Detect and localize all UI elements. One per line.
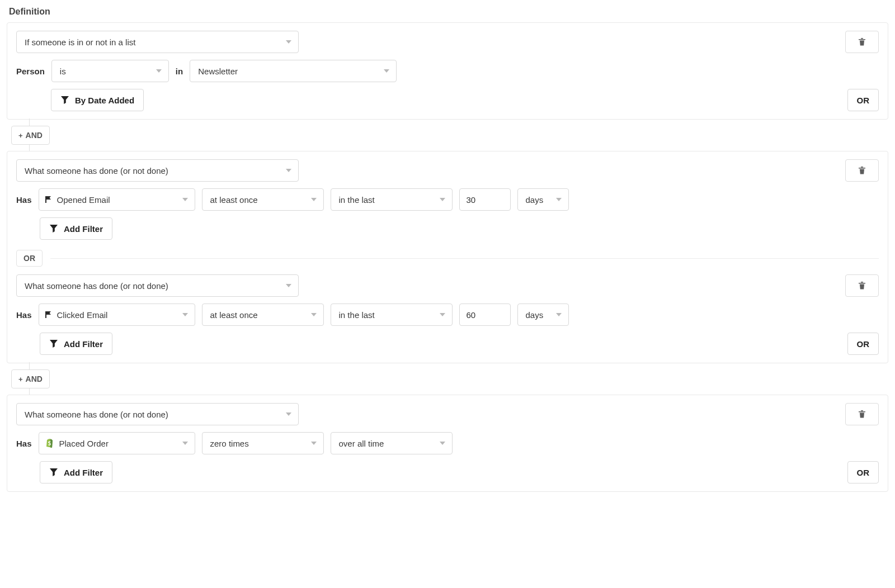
chevron-down-icon xyxy=(556,313,562,316)
and-label: AND xyxy=(26,374,43,383)
trash-icon xyxy=(858,409,866,419)
filter-icon xyxy=(49,224,58,233)
chevron-down-icon xyxy=(286,412,291,416)
list-value: Newsletter xyxy=(198,67,238,76)
add-filter-label: Add Filter xyxy=(64,468,103,477)
add-filter-label: Add Filter xyxy=(64,224,103,234)
chevron-down-icon xyxy=(440,442,445,445)
condition-group-2: What someone has done (or not done) Has … xyxy=(7,151,888,363)
chevron-down-icon xyxy=(286,40,291,44)
condition-type-select[interactable]: What someone has done (or not done) xyxy=(16,403,299,425)
chevron-down-icon xyxy=(440,313,445,316)
condition-type-label: What someone has done (or not done) xyxy=(25,281,168,291)
in-label: in xyxy=(176,67,183,76)
filter-icon xyxy=(60,96,69,105)
chevron-down-icon xyxy=(311,313,317,316)
has-label: Has xyxy=(16,195,32,205)
number-value: 30 xyxy=(467,195,476,205)
time-range-select[interactable]: in the last xyxy=(331,304,453,326)
has-label: Has xyxy=(16,439,32,448)
event-value: Placed Order xyxy=(59,439,109,448)
and-label: AND xyxy=(26,131,43,140)
or-pill: OR xyxy=(16,250,43,267)
chevron-down-icon xyxy=(182,313,188,316)
frequency-select[interactable]: at least once xyxy=(202,304,324,326)
shopify-icon xyxy=(45,438,55,449)
condition-type-select[interactable]: What someone has done (or not done) xyxy=(16,274,299,297)
chevron-down-icon xyxy=(440,198,445,201)
or-divider: OR xyxy=(16,250,879,267)
unit-select[interactable]: days xyxy=(517,188,569,211)
list-select[interactable]: Newsletter xyxy=(190,60,397,82)
chevron-down-icon xyxy=(156,69,162,73)
trash-icon xyxy=(858,281,866,291)
add-filter-label: Add Filter xyxy=(64,339,103,349)
chevron-down-icon xyxy=(311,198,317,201)
is-value: is xyxy=(60,67,66,76)
has-label: Has xyxy=(16,310,32,320)
trash-icon xyxy=(858,37,866,47)
plus-icon: + xyxy=(18,375,23,383)
unit-value: days xyxy=(526,195,544,205)
event-select[interactable]: Placed Order xyxy=(39,432,195,454)
add-filter-button[interactable]: Add Filter xyxy=(40,333,112,355)
is-select[interactable]: is xyxy=(51,60,169,82)
event-value: Clicked Email xyxy=(57,310,108,320)
frequency-value: at least once xyxy=(210,195,258,205)
add-filter-button[interactable]: Add Filter xyxy=(40,461,112,483)
number-input[interactable]: 30 xyxy=(459,188,511,211)
time-range-value: over all time xyxy=(339,439,384,448)
plus-icon: + xyxy=(18,131,23,140)
or-label: OR xyxy=(857,96,870,105)
frequency-select[interactable]: at least once xyxy=(202,188,324,211)
condition-type-label: If someone is in or not in a list xyxy=(25,37,135,47)
number-value: 60 xyxy=(467,310,476,320)
time-range-select[interactable]: in the last xyxy=(331,188,453,211)
condition-group-1: If someone is in or not in a list Person… xyxy=(7,22,888,120)
or-button[interactable]: OR xyxy=(847,461,879,483)
event-value: Opened Email xyxy=(57,195,110,205)
add-filter-button[interactable]: Add Filter xyxy=(40,217,112,240)
frequency-select[interactable]: zero times xyxy=(202,432,324,454)
unit-value: days xyxy=(526,310,544,320)
event-select[interactable]: Clicked Email xyxy=(39,304,195,326)
condition-type-label: What someone has done (or not done) xyxy=(25,410,168,419)
time-range-select[interactable]: over all time xyxy=(331,432,453,454)
flag-icon xyxy=(45,310,53,319)
time-range-value: in the last xyxy=(339,310,375,320)
chevron-down-icon xyxy=(182,198,188,201)
person-label: Person xyxy=(16,67,45,76)
chevron-down-icon xyxy=(286,169,291,172)
by-date-added-button[interactable]: By Date Added xyxy=(51,89,144,111)
flag-icon xyxy=(45,195,53,204)
event-select[interactable]: Opened Email xyxy=(39,188,195,211)
delete-button[interactable] xyxy=(845,403,879,425)
add-and-button[interactable]: + AND xyxy=(11,369,50,388)
delete-button[interactable] xyxy=(845,159,879,182)
trash-icon xyxy=(858,165,866,176)
chevron-down-icon xyxy=(182,442,188,445)
unit-select[interactable]: days xyxy=(517,304,569,326)
condition-type-label: What someone has done (or not done) xyxy=(25,166,168,176)
condition-type-select[interactable]: What someone has done (or not done) xyxy=(16,159,299,182)
chevron-down-icon xyxy=(286,284,291,287)
time-range-value: in the last xyxy=(339,195,375,205)
add-and-button[interactable]: + AND xyxy=(11,126,50,145)
chevron-down-icon xyxy=(384,69,389,73)
frequency-value: zero times xyxy=(210,439,249,448)
chevron-down-icon xyxy=(311,442,317,445)
divider-line xyxy=(50,258,879,259)
page-title: Definition xyxy=(9,7,888,17)
chevron-down-icon xyxy=(556,198,562,201)
and-connector: + AND xyxy=(7,120,888,151)
filter-icon xyxy=(49,468,58,477)
frequency-value: at least once xyxy=(210,310,258,320)
or-label: OR xyxy=(857,339,870,349)
or-button[interactable]: OR xyxy=(847,333,879,355)
delete-button[interactable] xyxy=(845,274,879,297)
delete-button[interactable] xyxy=(845,31,879,53)
number-input[interactable]: 60 xyxy=(459,304,511,326)
filter-icon xyxy=(49,339,58,348)
or-button[interactable]: OR xyxy=(847,89,879,111)
condition-type-select[interactable]: If someone is in or not in a list xyxy=(16,31,299,53)
